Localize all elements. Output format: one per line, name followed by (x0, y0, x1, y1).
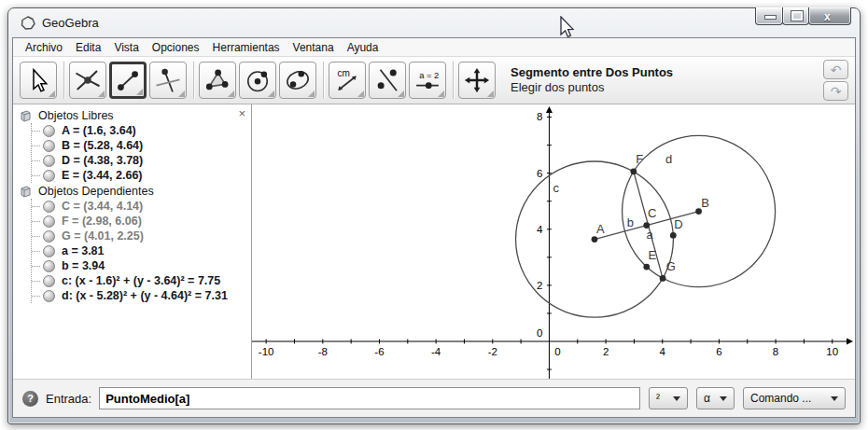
algebra-object-text: E = (3.44, 2.66) (62, 169, 143, 182)
tool-dropdown-icon[interactable] (178, 90, 185, 97)
algebra-object-row[interactable]: D = (4.38, 3.78) (32, 153, 251, 168)
command-dropdown[interactable]: Comando ... (743, 387, 846, 409)
object-visibility-marble-icon[interactable] (43, 290, 55, 302)
superscript-dropdown-value: ² (656, 392, 660, 405)
tool-dropdown-icon[interactable] (308, 90, 315, 97)
algebra-object-row[interactable]: a = 3.81 (32, 243, 251, 258)
object-visibility-marble-icon[interactable] (43, 215, 55, 228)
point-G[interactable] (660, 275, 666, 282)
object-visibility-marble-icon[interactable] (43, 260, 55, 272)
redo-icon: ↷ (831, 84, 842, 99)
help-icon[interactable]: ? (22, 391, 38, 407)
menu-item-opciones[interactable]: Opciones (146, 40, 206, 55)
point-E[interactable] (643, 264, 650, 270)
tool-circle-button[interactable] (239, 62, 276, 99)
object-visibility-marble-icon[interactable] (43, 140, 55, 152)
algebra-object-row[interactable]: E = (3.44, 2.66) (32, 168, 251, 183)
graph-label-D: D (674, 217, 682, 231)
object-visibility-marble-icon[interactable] (43, 201, 55, 213)
graphics-view[interactable]: -10-8-6-4-2246810246800ABCDEFGabcd (252, 104, 855, 379)
command-dropdown-value: Comando ... (750, 392, 811, 405)
menu-item-vista[interactable]: Vista (107, 40, 145, 55)
graph-label-G: G (666, 259, 676, 273)
tool-segment-button[interactable] (109, 62, 147, 99)
tool-dropdown-icon[interactable] (357, 90, 364, 97)
tool-reflect-button[interactable] (369, 62, 406, 99)
tool-move-view-button[interactable] (458, 62, 496, 99)
toolbar-separator (63, 62, 65, 99)
object-visibility-marble-icon[interactable] (43, 245, 55, 257)
tool-dropdown-icon[interactable] (49, 90, 55, 97)
tool-dropdown-icon[interactable] (398, 90, 404, 97)
x-tick-label: -10 (259, 346, 274, 357)
algebra-object-row[interactable]: G = (4.01, 2.25) (32, 229, 251, 243)
algebra-object-row[interactable]: d: (x - 5.28)² + (y - 4.64)² = 7.31 (32, 288, 251, 303)
algebra-section-header[interactable]: Objetos Dependientes (13, 183, 251, 199)
greek-letter-dropdown[interactable]: α (696, 387, 735, 409)
x-tick-label: 8 (773, 346, 778, 357)
object-visibility-marble-icon[interactable] (43, 155, 55, 167)
graph-label-C: C (648, 206, 656, 220)
x-tick-label: -6 (374, 346, 384, 357)
minimize-button[interactable] (755, 7, 783, 25)
close-button[interactable]: x (808, 7, 851, 25)
menu-item-archivo[interactable]: Archivo (19, 40, 69, 55)
menu-item-ventana[interactable]: Ventana (287, 40, 341, 55)
algebra-section-header[interactable]: Objetos Libres (13, 107, 251, 123)
algebra-close-icon[interactable]: × (238, 107, 245, 119)
algebra-object-row[interactable]: b = 3.94 (32, 258, 251, 273)
point-D[interactable] (670, 232, 677, 239)
x-tick-label: -8 (318, 346, 328, 357)
tool-dropdown-icon[interactable] (228, 90, 234, 97)
y-axis-arrow (546, 106, 553, 113)
graph-label-a: a (646, 228, 653, 242)
active-tool-hint: Elegir dos puntos (511, 80, 673, 95)
algebra-object-row[interactable]: C = (3.44, 4.14) (32, 199, 251, 214)
menu-item-herramientas[interactable]: Herramientas (206, 40, 287, 55)
superscript-dropdown[interactable]: ² (649, 387, 688, 409)
tool-ellipse-button[interactable] (279, 62, 316, 99)
algebra-view: × Objetos LibresA = (1.6, 3.64)B = (5.28… (13, 104, 252, 379)
point-F[interactable] (630, 168, 637, 174)
tool-polygon-button[interactable] (199, 62, 236, 99)
tool-move-button[interactable] (20, 62, 57, 99)
tool-dropdown-icon[interactable] (98, 90, 105, 97)
object-visibility-marble-icon[interactable] (43, 125, 55, 137)
algebra-object-row[interactable]: B = (5.28, 4.64) (32, 138, 251, 153)
svg-text:cm: cm (337, 68, 349, 78)
x-tick-label: 10 (826, 346, 838, 357)
graph-label-B: B (701, 196, 709, 210)
tool-dropdown-icon[interactable] (136, 89, 143, 95)
tool-dropdown-icon[interactable] (268, 90, 274, 97)
x-origin-label: 0 (554, 346, 560, 357)
command-input[interactable] (99, 387, 640, 409)
algebra-object-text: c: (x - 1.6)² + (y - 3.64)² = 7.75 (62, 274, 220, 287)
tool-distance-button[interactable]: cm (329, 62, 366, 99)
tool-slider-button[interactable]: a = 2 (409, 62, 446, 99)
algebra-object-row[interactable]: c: (x - 1.6)² + (y - 3.64)² = 7.75 (32, 273, 251, 288)
tool-new-point-button[interactable] (69, 62, 106, 99)
object-visibility-marble-icon[interactable] (43, 275, 55, 287)
y-tick-label: 6 (537, 168, 542, 179)
y-tick-label: 8 (537, 112, 542, 123)
point-A[interactable] (592, 236, 598, 243)
object-visibility-marble-icon[interactable] (43, 230, 55, 243)
algebra-object-text: b = 3.94 (62, 259, 105, 272)
algebra-object-row[interactable]: F = (2.98, 6.06) (32, 214, 251, 229)
tool-line-button[interactable] (149, 62, 187, 99)
undo-button[interactable]: ↶ (823, 60, 848, 79)
tool-dropdown-icon[interactable] (438, 90, 444, 97)
menu-item-edita[interactable]: Edita (69, 40, 107, 55)
algebra-section-items: C = (3.44, 4.14)F = (2.98, 6.06)G = (4.0… (31, 199, 251, 303)
toolbar-separator (323, 62, 325, 99)
object-visibility-marble-icon[interactable] (43, 170, 55, 182)
title-bar[interactable]: GeoGebra x (8, 8, 860, 37)
tool-dropdown-icon[interactable] (487, 90, 494, 97)
algebra-object-row[interactable]: A = (1.6, 3.64) (32, 123, 251, 138)
maximize-button[interactable] (782, 7, 809, 25)
x-tick-label: 2 (603, 346, 609, 357)
redo-button[interactable]: ↷ (823, 81, 848, 101)
window-body: ArchivoEditaVistaOpcionesHerramientasVen… (12, 37, 856, 418)
menu-item-ayuda[interactable]: Ayuda (341, 40, 385, 55)
graph-canvas[interactable]: -10-8-6-4-2246810246800ABCDEFGabcd (252, 104, 855, 379)
